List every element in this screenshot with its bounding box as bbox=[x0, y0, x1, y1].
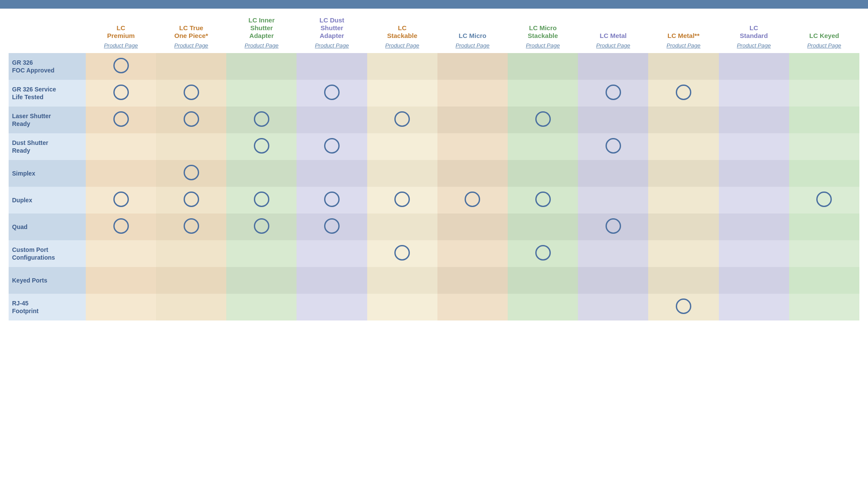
row-label-9: RJ-45Footprint bbox=[9, 294, 86, 320]
header-col-metal: LC Metal bbox=[578, 13, 648, 41]
cell-0-5 bbox=[437, 53, 508, 80]
header-link-metal2[interactable]: Product Page bbox=[648, 41, 718, 53]
cell-3-8 bbox=[648, 133, 718, 160]
cell-7-8 bbox=[648, 240, 718, 267]
cell-1-7 bbox=[578, 80, 648, 107]
header-link-dust[interactable]: Product Page bbox=[297, 41, 367, 53]
cell-5-9 bbox=[719, 187, 789, 214]
chart-wrapper: LCPremiumLC TrueOne Piece*LC InnerShutte… bbox=[0, 0, 868, 490]
cell-3-3 bbox=[297, 133, 367, 160]
cell-5-1 bbox=[156, 187, 226, 214]
cell-4-5 bbox=[437, 160, 508, 187]
check-circle bbox=[816, 192, 832, 207]
cell-1-1 bbox=[156, 80, 226, 107]
check-circle bbox=[676, 298, 691, 314]
cell-2-2 bbox=[226, 107, 297, 133]
check-circle bbox=[535, 192, 551, 207]
cell-0-3 bbox=[297, 53, 367, 80]
table-row: Dust ShutterReady bbox=[9, 133, 859, 160]
check-circle bbox=[254, 218, 269, 234]
header-link-micro[interactable]: Product Page bbox=[437, 41, 508, 53]
cell-0-0 bbox=[86, 53, 156, 80]
cell-3-2 bbox=[226, 133, 297, 160]
check-circle bbox=[113, 111, 129, 127]
header-link-row: Product PageProduct PageProduct PageProd… bbox=[9, 41, 859, 53]
cell-6-2 bbox=[226, 214, 297, 240]
check-circle bbox=[113, 85, 129, 100]
cell-6-8 bbox=[648, 214, 718, 240]
cell-4-9 bbox=[719, 160, 789, 187]
row-label-5: Duplex bbox=[9, 187, 86, 214]
cell-0-1 bbox=[156, 53, 226, 80]
cell-3-10 bbox=[789, 133, 859, 160]
cell-1-3 bbox=[297, 80, 367, 107]
cell-4-6 bbox=[508, 160, 578, 187]
cell-9-7 bbox=[578, 294, 648, 320]
cell-4-3 bbox=[297, 160, 367, 187]
cell-9-3 bbox=[297, 294, 367, 320]
check-circle bbox=[535, 111, 551, 127]
header-col-microstack: LC MicroStackable bbox=[508, 13, 578, 41]
header-link-premium[interactable]: Product Page bbox=[86, 41, 156, 53]
cell-7-6 bbox=[508, 240, 578, 267]
cell-4-8 bbox=[648, 160, 718, 187]
header-link-stackable[interactable]: Product Page bbox=[367, 41, 437, 53]
header-link-microstack[interactable]: Product Page bbox=[508, 41, 578, 53]
header-link-inner[interactable]: Product Page bbox=[226, 41, 297, 53]
row-label-6: Quad bbox=[9, 214, 86, 240]
cell-2-1 bbox=[156, 107, 226, 133]
cell-6-0 bbox=[86, 214, 156, 240]
cell-8-4 bbox=[367, 267, 437, 294]
cell-2-3 bbox=[297, 107, 367, 133]
cell-2-5 bbox=[437, 107, 508, 133]
cell-4-7 bbox=[578, 160, 648, 187]
table-row: Duplex bbox=[9, 187, 859, 214]
header-link-keyed[interactable]: Product Page bbox=[789, 41, 859, 53]
cell-6-5 bbox=[437, 214, 508, 240]
check-circle bbox=[113, 58, 129, 73]
check-circle bbox=[676, 85, 691, 100]
cell-8-2 bbox=[226, 267, 297, 294]
cell-9-8 bbox=[648, 294, 718, 320]
cell-5-7 bbox=[578, 187, 648, 214]
cell-2-8 bbox=[648, 107, 718, 133]
cell-2-4 bbox=[367, 107, 437, 133]
header-link-true[interactable]: Product Page bbox=[156, 41, 226, 53]
cell-4-1 bbox=[156, 160, 226, 187]
cell-5-5 bbox=[437, 187, 508, 214]
cell-0-8 bbox=[648, 53, 718, 80]
check-circle bbox=[113, 218, 129, 234]
cell-8-7 bbox=[578, 267, 648, 294]
check-circle bbox=[606, 138, 621, 154]
header-col-dust: LC DustShutterAdapter bbox=[297, 13, 367, 41]
cell-6-4 bbox=[367, 214, 437, 240]
cell-1-9 bbox=[719, 80, 789, 107]
check-circle bbox=[184, 192, 199, 207]
cell-0-10 bbox=[789, 53, 859, 80]
check-circle bbox=[324, 192, 340, 207]
header-col-premium: LCPremium bbox=[86, 13, 156, 41]
check-circle bbox=[324, 218, 340, 234]
cell-6-9 bbox=[719, 214, 789, 240]
check-circle bbox=[394, 192, 410, 207]
cell-8-3 bbox=[297, 267, 367, 294]
check-circle bbox=[184, 165, 199, 180]
cell-7-9 bbox=[719, 240, 789, 267]
table-row: Keyed Ports bbox=[9, 267, 859, 294]
header-link-metal[interactable]: Product Page bbox=[578, 41, 648, 53]
header-link-standard[interactable]: Product Page bbox=[719, 41, 789, 53]
cell-8-0 bbox=[86, 267, 156, 294]
cell-8-6 bbox=[508, 267, 578, 294]
cell-8-9 bbox=[719, 267, 789, 294]
check-circle bbox=[184, 218, 199, 234]
table-row: GR 326 ServiceLife Tested bbox=[9, 80, 859, 107]
cell-3-9 bbox=[719, 133, 789, 160]
cell-5-4 bbox=[367, 187, 437, 214]
cell-5-6 bbox=[508, 187, 578, 214]
cell-2-0 bbox=[86, 107, 156, 133]
table-row: Laser ShutterReady bbox=[9, 107, 859, 133]
cell-9-10 bbox=[789, 294, 859, 320]
cell-8-5 bbox=[437, 267, 508, 294]
cell-9-9 bbox=[719, 294, 789, 320]
cell-1-5 bbox=[437, 80, 508, 107]
